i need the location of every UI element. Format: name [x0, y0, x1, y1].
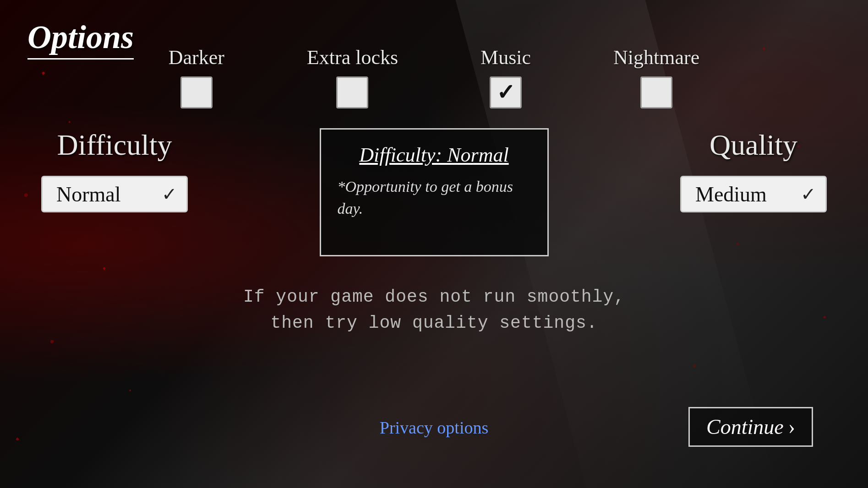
difficulty-selected: Normal: [56, 182, 121, 206]
checkbox-item-darker: Darker: [169, 46, 224, 108]
info-box: Difficulty: Normal *Opportunity to get a…: [320, 128, 549, 256]
checkbox-item-extra-locks: Extra locks: [307, 46, 398, 108]
extra-locks-label: Extra locks: [307, 46, 398, 69]
darker-checkbox[interactable]: [180, 76, 213, 108]
difficulty-column: Difficulty Normal ✓: [37, 128, 192, 212]
hint-line1: If your game does not run smoothly,: [0, 284, 868, 310]
hint-text: If your game does not run smoothly, then…: [0, 284, 868, 336]
quality-title: Quality: [710, 128, 797, 162]
privacy-options-link[interactable]: Privacy options: [380, 418, 488, 438]
quality-column: Quality Medium ✓: [676, 128, 831, 212]
continue-label: Continue: [706, 415, 784, 439]
music-checkbox[interactable]: [490, 76, 522, 108]
checkboxes-row: Darker Extra locks Music Nightmare: [0, 46, 868, 108]
continue-button[interactable]: Continue ›: [688, 407, 813, 447]
nightmare-label: Nightmare: [613, 46, 699, 69]
difficulty-title: Difficulty: [57, 128, 172, 162]
difficulty-dropdown-arrow: ✓: [162, 184, 177, 205]
info-box-title: Difficulty: Normal: [338, 143, 531, 167]
quality-dropdown-arrow: ✓: [801, 184, 816, 205]
quality-selected: Medium: [695, 182, 767, 206]
middle-section: Difficulty Normal ✓ Difficulty: Normal *…: [0, 128, 868, 256]
extra-locks-checkbox[interactable]: [336, 76, 368, 108]
checkbox-item-music: Music: [480, 46, 531, 108]
darker-label: Darker: [169, 46, 224, 69]
hint-line2: then try low quality settings.: [0, 310, 868, 336]
quality-dropdown[interactable]: Medium ✓: [680, 176, 827, 212]
checkbox-item-nightmare: Nightmare: [613, 46, 699, 108]
music-label: Music: [480, 46, 531, 69]
continue-arrow-icon: ›: [788, 415, 795, 439]
difficulty-dropdown[interactable]: Normal ✓: [41, 176, 188, 212]
nightmare-checkbox[interactable]: [640, 76, 672, 108]
info-box-description: *Opportunity to get a bonus day.: [338, 176, 531, 219]
